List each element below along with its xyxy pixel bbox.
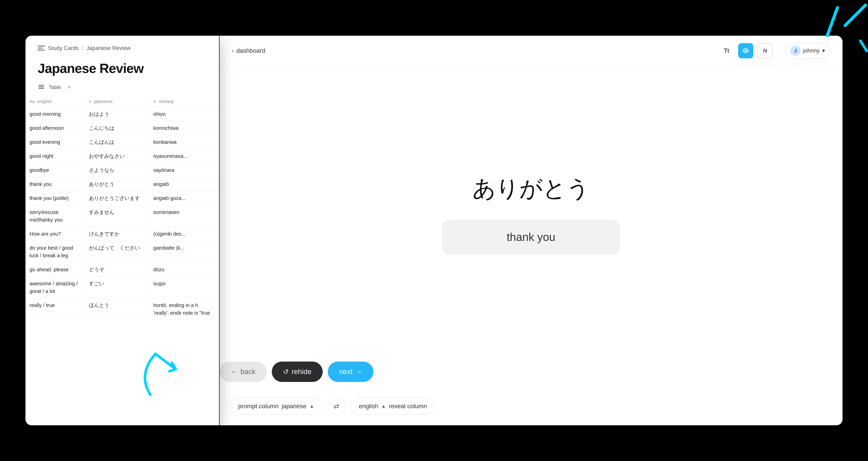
breadcrumb-current: Japanese Review bbox=[86, 45, 131, 52]
cell-japanese: げんきですか bbox=[85, 227, 149, 241]
cell-english: really / true bbox=[26, 298, 85, 320]
col-header-english: Aa english bbox=[26, 96, 85, 107]
table-row: How are you? げんきですか (o)genki des... bbox=[26, 227, 219, 241]
card-area: ありがとう thank you bbox=[220, 66, 842, 362]
cell-english: How are you? bbox=[26, 227, 85, 241]
english-col-icon: Aa bbox=[30, 99, 35, 104]
table-row: good morning おはよう ohiyo bbox=[26, 107, 219, 121]
col-header-japanese: ≡ japanese bbox=[85, 96, 149, 107]
table-row: good afternoon こんにちは konnichiwa bbox=[26, 121, 219, 135]
menu-icon[interactable] bbox=[38, 46, 45, 51]
back-nav-label: dashboard bbox=[236, 47, 265, 54]
eye-button[interactable] bbox=[738, 43, 753, 58]
prompt-value: japanese bbox=[282, 403, 306, 410]
col-header-romanji: ≡ romanji bbox=[149, 96, 219, 107]
cell-japanese: ありがとう bbox=[85, 177, 149, 191]
svg-rect-4 bbox=[38, 86, 44, 87]
user-name: johnny bbox=[803, 48, 819, 54]
back-chevron-icon: ‹ bbox=[232, 47, 234, 54]
user-pill[interactable]: J johnny ▾ bbox=[785, 43, 830, 59]
table-row: thank you (polite) ありがとうございます arigatō go… bbox=[26, 191, 219, 205]
table-icon bbox=[38, 84, 45, 91]
page-title: Japanese Review bbox=[38, 61, 207, 76]
table-row: sorry/excuse me/thanky you すみません sumimas… bbox=[26, 205, 219, 227]
prompt-label: prompt column bbox=[238, 403, 279, 410]
cell-english: do your best / good luck / break a leg bbox=[26, 241, 85, 263]
add-table-button[interactable]: + bbox=[65, 83, 73, 91]
cell-romanji: ohiyo bbox=[149, 107, 219, 121]
card-reveal-box: thank you bbox=[442, 220, 620, 255]
font-size-button[interactable]: Tt bbox=[719, 43, 734, 58]
reveal-label: reveal column bbox=[389, 403, 427, 410]
table-scroll-area[interactable]: Aa english ≡ japanese ≡ romanji bbox=[26, 96, 219, 425]
cell-romanji: (o)genki des... bbox=[149, 227, 219, 241]
cell-japanese: すごい bbox=[85, 277, 149, 298]
reveal-column-selector[interactable]: english ▲ reveal column bbox=[350, 398, 435, 414]
breadcrumb: Study Cards / Japanese Review bbox=[38, 45, 207, 52]
next-arrow-icon: → bbox=[355, 368, 362, 376]
cell-romanji: oyasuminasa... bbox=[149, 149, 219, 163]
svg-rect-5 bbox=[38, 88, 44, 89]
card-prompt: ありがとう bbox=[472, 173, 590, 204]
breadcrumb-separator: / bbox=[82, 45, 83, 52]
cell-japanese: がんばって ください bbox=[85, 241, 149, 263]
user-avatar: J bbox=[790, 46, 801, 56]
table-row: go ahead. please どうぞ dōzo bbox=[26, 263, 219, 277]
cell-romanji: hontō. ending in a h 'really'. endir not… bbox=[149, 298, 219, 320]
cell-romanji: konbanwa bbox=[149, 135, 219, 149]
breadcrumb-app[interactable]: Study Cards bbox=[48, 45, 79, 52]
table-row: thank you ありがとう arigatō bbox=[26, 177, 219, 191]
cell-english: thank you bbox=[26, 177, 85, 191]
cell-romanji: arigatō goza... bbox=[149, 191, 219, 205]
cell-romanji: sugoi bbox=[149, 277, 219, 298]
table-row: good evening こんばんは konbanwa bbox=[26, 135, 219, 149]
cell-japanese: すみません bbox=[85, 205, 149, 227]
table-row: awesome / amazing / great / a lot すごい su… bbox=[26, 277, 219, 298]
back-arrow-icon: ← bbox=[231, 368, 237, 376]
card-actions: ← back ↺ rehide next → bbox=[220, 362, 842, 382]
rehide-button[interactable]: ↺ rehide bbox=[272, 362, 323, 382]
table-row: really / true ほんとう hontō. ending in a h … bbox=[26, 298, 219, 320]
cell-english: good evening bbox=[26, 135, 85, 149]
cell-japanese: おやすみなさい bbox=[85, 149, 149, 163]
svg-point-6 bbox=[745, 50, 747, 52]
cell-english: sorry/excuse me/thanky you bbox=[26, 205, 85, 227]
top-bar: ‹ dashboard Tt N J johnny ▾ bbox=[220, 36, 842, 66]
next-button[interactable]: next → bbox=[328, 362, 373, 382]
table-row: do your best / good luck / break a leg が… bbox=[26, 241, 219, 263]
cell-romanji: gambatte (k... bbox=[149, 241, 219, 263]
back-button[interactable]: ← back bbox=[220, 362, 267, 382]
svg-line-2 bbox=[860, 41, 867, 51]
swap-columns-button[interactable]: ⇄ bbox=[328, 397, 345, 415]
reveal-chevron-icon: ▲ bbox=[381, 404, 386, 409]
svg-rect-3 bbox=[38, 85, 44, 86]
table-row: goodbye さようなら sayōnara bbox=[26, 163, 219, 177]
cell-romanji: sayōnara bbox=[149, 163, 219, 177]
table-controls: Table + bbox=[38, 83, 207, 91]
left-panel: Study Cards / Japanese Review Japanese R… bbox=[26, 36, 219, 425]
cell-english: go ahead. please bbox=[26, 263, 85, 277]
back-nav[interactable]: ‹ dashboard bbox=[232, 47, 265, 54]
swap-icon: ⇄ bbox=[334, 402, 339, 410]
vocabulary-table: Aa english ≡ japanese ≡ romanji bbox=[26, 96, 219, 320]
cell-romanji: arigatō bbox=[149, 177, 219, 191]
cell-romanji: konnichiwa bbox=[149, 121, 219, 135]
reveal-value: english bbox=[359, 403, 378, 410]
user-chevron: ▾ bbox=[822, 48, 825, 54]
cell-japanese: こんばんは bbox=[85, 135, 149, 149]
rehide-icon: ↺ bbox=[283, 368, 288, 376]
cell-japanese: どうぞ bbox=[85, 263, 149, 277]
cell-english: good night bbox=[26, 149, 85, 163]
topbar-icons: Tt N bbox=[719, 43, 773, 58]
cell-english: goodbye bbox=[26, 163, 85, 177]
romanji-col-icon: ≡ bbox=[153, 99, 156, 104]
card-settings-bar: prompt column japanese ▲ ⇄ english ▲ rev… bbox=[220, 397, 842, 415]
prompt-column-selector[interactable]: prompt column japanese ▲ bbox=[230, 398, 322, 414]
cell-japanese: ほんとう bbox=[85, 298, 149, 320]
cell-english: thank you (polite) bbox=[26, 191, 85, 205]
table-row: good night おやすみなさい oyasuminasa... bbox=[26, 149, 219, 163]
notion-button[interactable]: N bbox=[757, 43, 773, 58]
cell-japanese: さようなら bbox=[85, 163, 149, 177]
cell-english: awesome / amazing / great / a lot bbox=[26, 277, 85, 298]
cell-english: good afternoon bbox=[26, 121, 85, 135]
